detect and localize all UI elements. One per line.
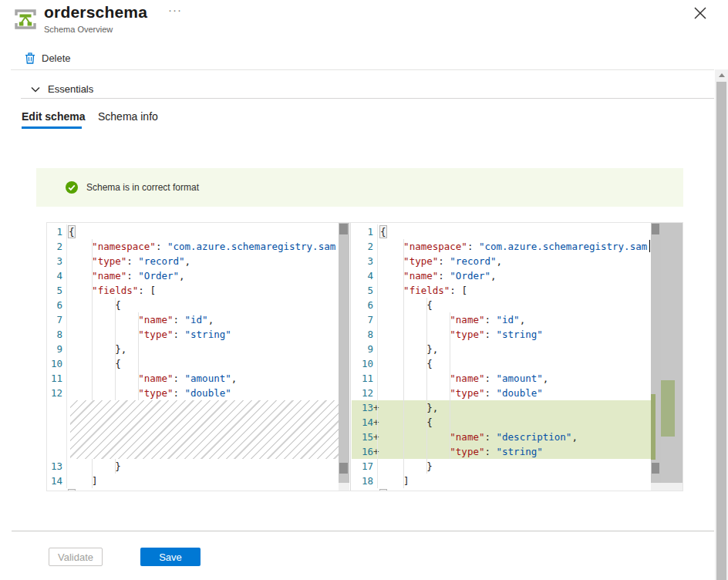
line-number: 13 <box>352 400 373 415</box>
code-line[interactable]: 11 "name": "amount", <box>352 371 651 386</box>
delete-button[interactable]: Delete <box>25 50 71 66</box>
line-number: 3 <box>352 254 373 268</box>
code-line[interactable]: 19} <box>352 488 651 491</box>
page-scrollbar[interactable] <box>715 69 728 580</box>
line-number: 11 <box>352 371 373 386</box>
line-number: 7 <box>47 312 62 327</box>
deleted-lines-placeholder <box>70 400 339 459</box>
code-text: "namespace": "com.azure.schemaregistry.s… <box>380 241 647 252</box>
code-text: { <box>69 226 75 238</box>
code-text: "fields": [ <box>69 285 156 296</box>
text-cursor <box>649 240 650 252</box>
code-line-added[interactable]: 13+ }, <box>352 400 651 415</box>
code-line[interactable]: 3 "type": "record", <box>352 254 651 268</box>
code-text: } <box>69 460 121 472</box>
indent-guide <box>92 239 93 400</box>
code-line[interactable]: 7 "name": "id", <box>352 312 651 327</box>
code-line[interactable]: 1{ <box>47 224 350 239</box>
line-number: 14 <box>47 474 62 488</box>
line-number: 19 <box>352 488 373 491</box>
code-text: "type": "string" <box>380 329 543 340</box>
code-line-added[interactable]: 15+ "name": "description", <box>352 430 651 444</box>
code-text: ] <box>69 475 98 487</box>
code-line[interactable]: 18 ] <box>352 474 651 488</box>
line-number: 13 <box>47 459 62 474</box>
line-number: 11 <box>47 371 62 386</box>
code-line[interactable]: 12 "type": "double" <box>352 386 651 400</box>
tab-edit-schema[interactable]: Edit schema <box>22 110 85 123</box>
code-text: }, <box>380 343 438 355</box>
code-line[interactable]: 6 { <box>352 298 651 312</box>
line-number: 9 <box>352 342 373 356</box>
essentials-label: Essentials <box>48 83 93 95</box>
line-number: 6 <box>352 298 373 312</box>
code-line[interactable]: 15} <box>47 488 350 491</box>
diff-pane-divider[interactable] <box>350 223 351 491</box>
code-text: "name": "amount", <box>69 373 237 384</box>
chevron-down-icon <box>31 86 40 93</box>
code-line[interactable]: 2 "namespace": "com.azure.schemaregistry… <box>352 239 651 254</box>
line-number: 15 <box>47 488 62 491</box>
line-number: 10 <box>47 356 62 371</box>
indent-guide <box>450 312 450 459</box>
code-line[interactable]: 17 } <box>352 459 651 474</box>
close-icon[interactable] <box>693 5 708 21</box>
line-number: 8 <box>352 327 373 342</box>
line-number: 5 <box>47 283 62 298</box>
right-gutter-border <box>377 224 378 488</box>
code-line-added[interactable]: 16+ "type": "string" <box>352 444 651 459</box>
scrollbar-up-arrow[interactable] <box>715 69 728 81</box>
code-text: "name": "id", <box>69 314 214 325</box>
code-text: "name": "Order", <box>69 270 185 282</box>
diff-overview-ruler[interactable] <box>661 223 682 491</box>
code-line[interactable]: 5 "fields": [ <box>352 283 651 298</box>
code-text: { <box>380 416 433 428</box>
code-text: "name": "Order", <box>380 270 497 282</box>
code-text: "type": "double" <box>69 387 231 399</box>
code-line[interactable]: 4 "name": "Order", <box>352 268 651 283</box>
right-editor-scrollbar[interactable] <box>651 223 661 491</box>
left-gutter-border <box>66 224 67 488</box>
schema-overview-page: orderschema ··· Schema Overview Delete E… <box>0 0 728 580</box>
left-editor-scrollbar[interactable] <box>339 223 349 491</box>
code-text: } <box>380 490 386 491</box>
indent-guide <box>138 312 139 400</box>
scrollbar-decoration <box>652 224 659 234</box>
code-text: "type": "double" <box>380 387 543 399</box>
code-text: "name": "description", <box>380 431 578 443</box>
code-line[interactable]: 8 "type": "string" <box>352 327 651 342</box>
indent-guide <box>403 239 404 488</box>
save-button[interactable]: Save <box>140 548 201 566</box>
code-text: "namespace": "com.azure.schemaregistry.s… <box>69 241 335 252</box>
code-line[interactable]: 1{ <box>352 224 651 239</box>
code-text: { <box>380 358 433 369</box>
indent-guide <box>115 459 116 474</box>
code-text: "type": "record", <box>69 255 190 267</box>
code-text: "fields": [ <box>380 285 467 296</box>
schema-diff-editor[interactable]: 1{2 "namespace": "com.azure.schemaregist… <box>46 222 683 491</box>
line-number: 5 <box>352 283 373 298</box>
schema-registry-icon <box>14 8 37 31</box>
more-options-button[interactable]: ··· <box>168 3 182 16</box>
tab-schema-info[interactable]: Schema info <box>98 110 158 123</box>
line-number: 1 <box>47 224 62 239</box>
line-number: 15 <box>352 430 373 444</box>
modified-schema-pane[interactable]: 1{2 "namespace": "com.azure.schemaregist… <box>352 223 651 491</box>
code-text: "name": "id", <box>380 314 525 325</box>
line-number: 16 <box>352 444 373 459</box>
code-line[interactable]: 10 { <box>352 356 651 371</box>
toolbar-divider <box>11 69 714 70</box>
page-title: orderschema <box>44 3 147 22</box>
code-text: } <box>380 460 433 472</box>
line-number: 1 <box>352 224 373 239</box>
essentials-toggle[interactable]: Essentials <box>31 83 93 95</box>
validate-button[interactable]: Validate <box>49 548 103 566</box>
code-line[interactable]: 9 }, <box>352 342 651 356</box>
scrollbar-thumb[interactable] <box>339 223 349 483</box>
success-check-icon <box>66 181 78 194</box>
code-line-added[interactable]: 14+ { <box>352 415 651 430</box>
added-lines-scrollbar-mark <box>651 394 656 460</box>
added-lines-overview-mark <box>661 380 675 437</box>
scrollbar-decoration <box>339 224 348 234</box>
page-scrollbar-thumb[interactable] <box>716 82 726 580</box>
